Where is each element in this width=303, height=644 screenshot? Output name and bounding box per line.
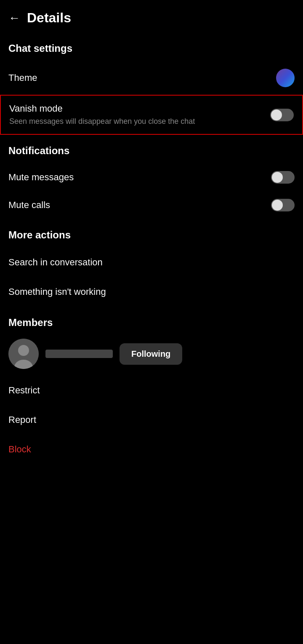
search-in-conversation-label: Search in conversation xyxy=(8,257,103,267)
theme-color-circle[interactable] xyxy=(276,69,295,87)
more-actions-section-label: More actions xyxy=(0,219,303,248)
vanish-mode-toggle-knob xyxy=(271,110,282,120)
theme-row[interactable]: Theme xyxy=(0,61,303,95)
mute-messages-label: Mute messages xyxy=(8,172,74,183)
mute-calls-row[interactable]: Mute calls xyxy=(0,191,303,219)
member-row: Following xyxy=(0,332,303,376)
notifications-section-label: Notifications xyxy=(0,135,303,163)
vanish-mode-subtitle: Seen messages will disappear when you cl… xyxy=(9,117,263,126)
restrict-row[interactable]: Restrict xyxy=(0,376,303,405)
restrict-label: Restrict xyxy=(8,385,40,395)
svg-point-1 xyxy=(18,345,29,356)
vanish-mode-content: Vanish mode Seen messages will disappear… xyxy=(9,103,270,126)
page-title: Details xyxy=(27,10,71,26)
back-button[interactable]: ← xyxy=(8,11,20,25)
avatar-icon xyxy=(8,339,39,369)
report-row[interactable]: Report xyxy=(0,405,303,435)
mute-messages-row[interactable]: Mute messages xyxy=(0,163,303,191)
mute-messages-toggle[interactable] xyxy=(271,171,295,184)
theme-label: Theme xyxy=(8,72,37,83)
block-row[interactable]: Block xyxy=(0,435,303,464)
mute-calls-label: Mute calls xyxy=(8,200,50,211)
vanish-mode-title: Vanish mode xyxy=(9,103,263,114)
avatar xyxy=(8,339,39,369)
vanish-mode-row[interactable]: Vanish mode Seen messages will disappear… xyxy=(0,95,303,135)
following-button[interactable]: Following xyxy=(120,343,182,365)
mute-calls-toggle[interactable] xyxy=(271,199,295,211)
chat-settings-label: Chat settings xyxy=(0,34,303,61)
mute-calls-toggle-knob xyxy=(272,200,283,211)
header: ← Details xyxy=(0,0,303,34)
members-section-label: Members xyxy=(0,307,303,332)
something-isnt-working-label: Something isn't working xyxy=(8,286,106,297)
block-label: Block xyxy=(8,444,31,454)
vanish-mode-toggle[interactable] xyxy=(270,109,294,121)
something-isnt-working-row[interactable]: Something isn't working xyxy=(0,277,303,307)
search-in-conversation-row[interactable]: Search in conversation xyxy=(0,248,303,277)
member-name-placeholder xyxy=(45,350,113,358)
mute-messages-toggle-knob xyxy=(272,172,283,183)
report-label: Report xyxy=(8,414,36,425)
